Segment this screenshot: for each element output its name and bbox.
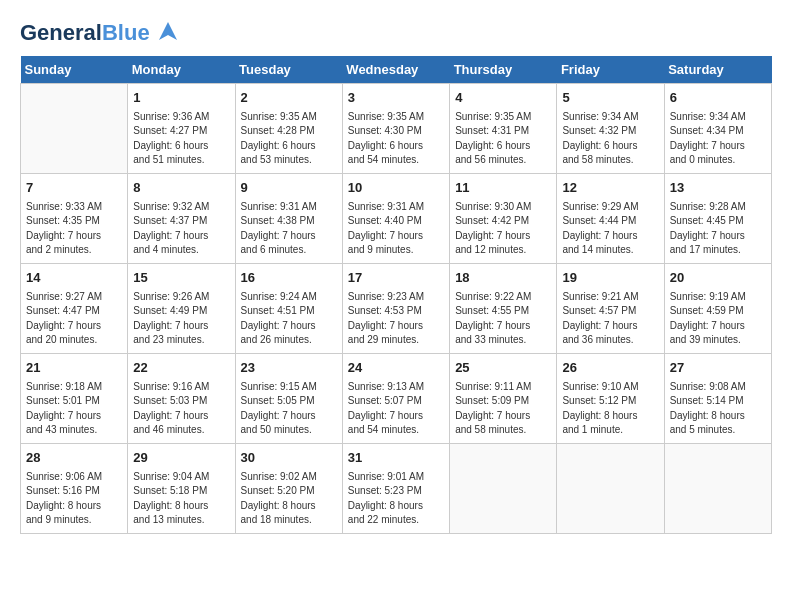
weekday-header-friday: Friday [557, 56, 664, 84]
day-number: 13 [670, 178, 766, 198]
day-number: 16 [241, 268, 337, 288]
day-info: Sunrise: 9:26 AM Sunset: 4:49 PM Dayligh… [133, 290, 229, 348]
day-number: 3 [348, 88, 444, 108]
weekday-header-monday: Monday [128, 56, 235, 84]
weekday-header-tuesday: Tuesday [235, 56, 342, 84]
day-info: Sunrise: 9:30 AM Sunset: 4:42 PM Dayligh… [455, 200, 551, 258]
calendar-week-2: 7Sunrise: 9:33 AM Sunset: 4:35 PM Daylig… [21, 174, 772, 264]
logo-icon [157, 20, 179, 46]
day-info: Sunrise: 9:04 AM Sunset: 5:18 PM Dayligh… [133, 470, 229, 528]
day-info: Sunrise: 9:31 AM Sunset: 4:40 PM Dayligh… [348, 200, 444, 258]
calendar-table: SundayMondayTuesdayWednesdayThursdayFrid… [20, 56, 772, 534]
calendar-cell: 10Sunrise: 9:31 AM Sunset: 4:40 PM Dayli… [342, 174, 449, 264]
weekday-header-wednesday: Wednesday [342, 56, 449, 84]
logo-general: General [20, 20, 102, 45]
calendar-week-1: 1Sunrise: 9:36 AM Sunset: 4:27 PM Daylig… [21, 84, 772, 174]
day-info: Sunrise: 9:21 AM Sunset: 4:57 PM Dayligh… [562, 290, 658, 348]
calendar-cell: 15Sunrise: 9:26 AM Sunset: 4:49 PM Dayli… [128, 264, 235, 354]
day-info: Sunrise: 9:11 AM Sunset: 5:09 PM Dayligh… [455, 380, 551, 438]
calendar-cell: 14Sunrise: 9:27 AM Sunset: 4:47 PM Dayli… [21, 264, 128, 354]
day-info: Sunrise: 9:24 AM Sunset: 4:51 PM Dayligh… [241, 290, 337, 348]
calendar-cell: 22Sunrise: 9:16 AM Sunset: 5:03 PM Dayli… [128, 354, 235, 444]
day-info: Sunrise: 9:22 AM Sunset: 4:55 PM Dayligh… [455, 290, 551, 348]
day-info: Sunrise: 9:34 AM Sunset: 4:34 PM Dayligh… [670, 110, 766, 168]
day-info: Sunrise: 9:06 AM Sunset: 5:16 PM Dayligh… [26, 470, 122, 528]
day-number: 29 [133, 448, 229, 468]
calendar-cell: 23Sunrise: 9:15 AM Sunset: 5:05 PM Dayli… [235, 354, 342, 444]
calendar-cell: 17Sunrise: 9:23 AM Sunset: 4:53 PM Dayli… [342, 264, 449, 354]
day-info: Sunrise: 9:35 AM Sunset: 4:30 PM Dayligh… [348, 110, 444, 168]
calendar-cell: 20Sunrise: 9:19 AM Sunset: 4:59 PM Dayli… [664, 264, 771, 354]
day-number: 17 [348, 268, 444, 288]
calendar-cell [664, 444, 771, 534]
calendar-cell [557, 444, 664, 534]
calendar-cell: 7Sunrise: 9:33 AM Sunset: 4:35 PM Daylig… [21, 174, 128, 264]
calendar-cell: 27Sunrise: 9:08 AM Sunset: 5:14 PM Dayli… [664, 354, 771, 444]
page-header: GeneralBlue [20, 20, 772, 46]
day-number: 19 [562, 268, 658, 288]
day-number: 30 [241, 448, 337, 468]
calendar-cell: 6Sunrise: 9:34 AM Sunset: 4:34 PM Daylig… [664, 84, 771, 174]
calendar-cell: 18Sunrise: 9:22 AM Sunset: 4:55 PM Dayli… [450, 264, 557, 354]
day-number: 4 [455, 88, 551, 108]
calendar-cell [21, 84, 128, 174]
calendar-cell: 2Sunrise: 9:35 AM Sunset: 4:28 PM Daylig… [235, 84, 342, 174]
calendar-cell: 28Sunrise: 9:06 AM Sunset: 5:16 PM Dayli… [21, 444, 128, 534]
day-info: Sunrise: 9:32 AM Sunset: 4:37 PM Dayligh… [133, 200, 229, 258]
calendar-cell: 1Sunrise: 9:36 AM Sunset: 4:27 PM Daylig… [128, 84, 235, 174]
day-number: 20 [670, 268, 766, 288]
calendar-cell: 29Sunrise: 9:04 AM Sunset: 5:18 PM Dayli… [128, 444, 235, 534]
calendar-cell: 5Sunrise: 9:34 AM Sunset: 4:32 PM Daylig… [557, 84, 664, 174]
logo: GeneralBlue [20, 20, 179, 46]
day-info: Sunrise: 9:34 AM Sunset: 4:32 PM Dayligh… [562, 110, 658, 168]
day-number: 7 [26, 178, 122, 198]
day-number: 26 [562, 358, 658, 378]
day-number: 15 [133, 268, 229, 288]
day-info: Sunrise: 9:01 AM Sunset: 5:23 PM Dayligh… [348, 470, 444, 528]
calendar-cell: 11Sunrise: 9:30 AM Sunset: 4:42 PM Dayli… [450, 174, 557, 264]
day-number: 9 [241, 178, 337, 198]
day-number: 8 [133, 178, 229, 198]
calendar-cell: 30Sunrise: 9:02 AM Sunset: 5:20 PM Dayli… [235, 444, 342, 534]
svg-marker-0 [159, 22, 177, 40]
day-number: 21 [26, 358, 122, 378]
day-info: Sunrise: 9:27 AM Sunset: 4:47 PM Dayligh… [26, 290, 122, 348]
calendar-cell: 8Sunrise: 9:32 AM Sunset: 4:37 PM Daylig… [128, 174, 235, 264]
calendar-week-4: 21Sunrise: 9:18 AM Sunset: 5:01 PM Dayli… [21, 354, 772, 444]
calendar-cell: 3Sunrise: 9:35 AM Sunset: 4:30 PM Daylig… [342, 84, 449, 174]
day-number: 14 [26, 268, 122, 288]
day-number: 18 [455, 268, 551, 288]
day-info: Sunrise: 9:13 AM Sunset: 5:07 PM Dayligh… [348, 380, 444, 438]
day-number: 5 [562, 88, 658, 108]
day-number: 25 [455, 358, 551, 378]
day-info: Sunrise: 9:18 AM Sunset: 5:01 PM Dayligh… [26, 380, 122, 438]
calendar-cell: 9Sunrise: 9:31 AM Sunset: 4:38 PM Daylig… [235, 174, 342, 264]
day-number: 22 [133, 358, 229, 378]
day-number: 11 [455, 178, 551, 198]
day-number: 1 [133, 88, 229, 108]
calendar-cell [450, 444, 557, 534]
weekday-header-row: SundayMondayTuesdayWednesdayThursdayFrid… [21, 56, 772, 84]
day-info: Sunrise: 9:10 AM Sunset: 5:12 PM Dayligh… [562, 380, 658, 438]
day-number: 23 [241, 358, 337, 378]
day-info: Sunrise: 9:02 AM Sunset: 5:20 PM Dayligh… [241, 470, 337, 528]
calendar-cell: 24Sunrise: 9:13 AM Sunset: 5:07 PM Dayli… [342, 354, 449, 444]
day-info: Sunrise: 9:36 AM Sunset: 4:27 PM Dayligh… [133, 110, 229, 168]
calendar-cell: 12Sunrise: 9:29 AM Sunset: 4:44 PM Dayli… [557, 174, 664, 264]
day-number: 2 [241, 88, 337, 108]
calendar-cell: 4Sunrise: 9:35 AM Sunset: 4:31 PM Daylig… [450, 84, 557, 174]
day-number: 27 [670, 358, 766, 378]
day-number: 10 [348, 178, 444, 198]
calendar-week-5: 28Sunrise: 9:06 AM Sunset: 5:16 PM Dayli… [21, 444, 772, 534]
day-number: 24 [348, 358, 444, 378]
day-info: Sunrise: 9:35 AM Sunset: 4:31 PM Dayligh… [455, 110, 551, 168]
day-number: 12 [562, 178, 658, 198]
calendar-cell: 25Sunrise: 9:11 AM Sunset: 5:09 PM Dayli… [450, 354, 557, 444]
day-info: Sunrise: 9:28 AM Sunset: 4:45 PM Dayligh… [670, 200, 766, 258]
day-info: Sunrise: 9:23 AM Sunset: 4:53 PM Dayligh… [348, 290, 444, 348]
calendar-cell: 21Sunrise: 9:18 AM Sunset: 5:01 PM Dayli… [21, 354, 128, 444]
day-info: Sunrise: 9:35 AM Sunset: 4:28 PM Dayligh… [241, 110, 337, 168]
day-info: Sunrise: 9:16 AM Sunset: 5:03 PM Dayligh… [133, 380, 229, 438]
calendar-cell: 19Sunrise: 9:21 AM Sunset: 4:57 PM Dayli… [557, 264, 664, 354]
day-number: 28 [26, 448, 122, 468]
